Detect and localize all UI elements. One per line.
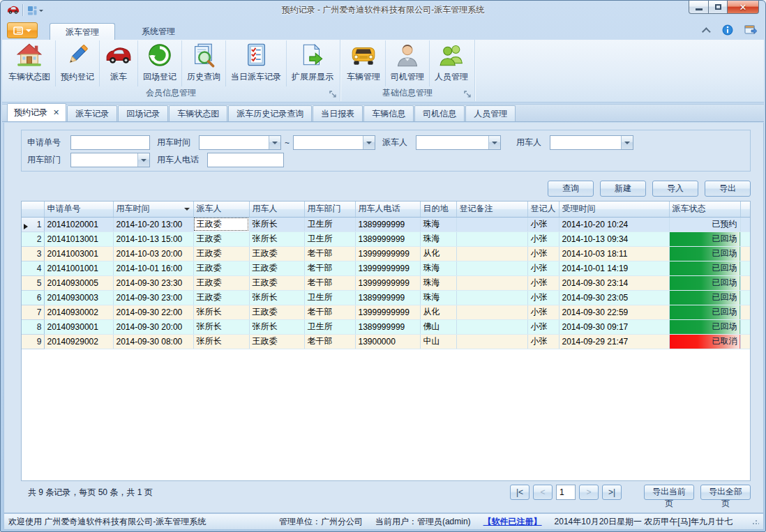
ribbon-tab-dispatch-mgmt[interactable]: 派车管理: [50, 23, 115, 40]
export-all-pages-button[interactable]: 导出全部页: [700, 485, 751, 500]
cell-user[interactable]: 张所长: [249, 290, 304, 305]
row-header-cell[interactable]: 2: [22, 231, 44, 246]
today-dispatch-records-button[interactable]: 当日派车记录: [226, 40, 287, 86]
reservation-register-button[interactable]: 预约登记: [56, 40, 100, 86]
cell-dispatcher[interactable]: 王政委: [193, 246, 249, 261]
cell-order-no[interactable]: 20141013001: [44, 231, 113, 246]
sort-filter-icon[interactable]: [184, 208, 190, 211]
cell-accept-time[interactable]: 2014-09-29 21:47: [559, 334, 669, 349]
col-order-no[interactable]: 申请单号: [44, 202, 113, 217]
cell-user[interactable]: 王政委: [249, 305, 304, 319]
last-page-button[interactable]: >|: [602, 485, 622, 500]
col-accept-time[interactable]: 受理时间: [559, 202, 669, 217]
use-time-from-combo[interactable]: [199, 135, 281, 150]
minimize-button[interactable]: [689, 1, 709, 14]
table-row[interactable]: 3 20141003001 2014-10-03 20:00 王政委 王政委 老…: [22, 246, 750, 261]
doc-tab-return-records[interactable]: 回场记录: [118, 105, 168, 121]
cell-note[interactable]: [456, 334, 527, 349]
cell-phone[interactable]: 13999999999: [355, 305, 420, 319]
cell-destination[interactable]: 从化: [420, 305, 456, 319]
vehicle-status-map-button[interactable]: 车辆状态图: [3, 40, 56, 86]
col-registrar[interactable]: 登记人: [527, 202, 559, 217]
driver-mgmt-button[interactable]: 司机管理: [386, 40, 430, 86]
cell-dispatcher[interactable]: 王政委: [193, 231, 249, 246]
cell-dispatch-status[interactable]: 已回场: [669, 261, 740, 275]
cell-accept-time[interactable]: 2014-09-30 22:59: [559, 305, 669, 319]
phone-input[interactable]: [207, 153, 284, 167]
table-row[interactable]: 7 20140930002 2014-09-30 22:00 张所长 王政委 老…: [22, 305, 750, 319]
cell-registrar[interactable]: 小张: [527, 305, 559, 319]
cell-note[interactable]: [456, 305, 527, 319]
cell-dispatch-status[interactable]: 已回场: [669, 231, 740, 246]
col-use-time[interactable]: 用车时间: [113, 202, 193, 217]
collapse-ribbon-icon[interactable]: [702, 27, 711, 36]
cell-note[interactable]: [456, 261, 527, 275]
cell-registrar[interactable]: 小张: [527, 275, 559, 290]
cell-order-no[interactable]: 20140930002: [44, 305, 113, 319]
doc-tab-daily-report[interactable]: 当日报表: [313, 105, 363, 121]
dropdown-arrow-icon[interactable]: [137, 153, 149, 167]
cell-accept-time[interactable]: 2014-10-13 09:34: [559, 231, 669, 246]
cell-phone[interactable]: 1389999999: [355, 319, 420, 334]
cell-user[interactable]: 张所长: [249, 231, 304, 246]
cell-dispatch-status[interactable]: 已预约: [669, 217, 740, 231]
cell-registrar[interactable]: 小张: [527, 246, 559, 261]
cell-registrar[interactable]: 小张: [527, 231, 559, 246]
table-row[interactable]: 4 20141001001 2014-10-01 16:00 王政委 王政委 老…: [22, 261, 750, 275]
cell-user[interactable]: 王政委: [249, 275, 304, 290]
doc-tab-reservation-records[interactable]: 预约记录 ✕: [7, 103, 66, 121]
row-header-cell[interactable]: 8: [22, 319, 44, 334]
page-number-input[interactable]: [556, 485, 576, 500]
dialog-launcher-icon[interactable]: [464, 91, 472, 98]
dropdown-arrow-icon[interactable]: [488, 136, 500, 149]
license-registered-link[interactable]: 【软件已注册】: [483, 516, 542, 528]
cell-note[interactable]: [456, 319, 527, 334]
dispatcher-combo[interactable]: [416, 135, 501, 150]
cell-use-time[interactable]: 2014-09-30 08:00: [113, 334, 193, 349]
query-button[interactable]: 查询: [548, 181, 594, 197]
cell-dispatcher[interactable]: 王政委: [193, 290, 249, 305]
cell-phone[interactable]: 13900000: [355, 334, 420, 349]
cell-dispatch-status[interactable]: 已回场: [669, 290, 740, 305]
cell-dispatcher[interactable]: 张所长: [193, 305, 249, 319]
resize-grip[interactable]: [752, 518, 759, 525]
cell-accept-time[interactable]: 2014-09-30 23:05: [559, 290, 669, 305]
cell-phone[interactable]: 1389999999: [355, 290, 420, 305]
cell-accept-time[interactable]: 2014-10-01 14:19: [559, 261, 669, 275]
cell-registrar[interactable]: 小张: [527, 319, 559, 334]
cell-user[interactable]: 王政委: [249, 334, 304, 349]
dispatch-button[interactable]: 派车: [100, 40, 138, 86]
cell-use-time[interactable]: 2014-10-20 13:00: [113, 217, 193, 231]
user-combo[interactable]: [550, 135, 633, 150]
doc-tab-driver-info[interactable]: 司机信息: [414, 105, 465, 121]
maximize-button[interactable]: [709, 1, 728, 14]
cell-destination[interactable]: 珠海: [420, 217, 456, 231]
doc-tab-vehicle-status-map[interactable]: 车辆状态图: [169, 105, 227, 121]
cell-accept-time[interactable]: 2014-10-20 10:24: [559, 217, 669, 231]
cell-dispatch-status[interactable]: 已回场: [669, 319, 740, 334]
dialog-launcher-icon[interactable]: [329, 91, 337, 98]
cell-phone[interactable]: 1389999999: [355, 217, 420, 231]
row-header-cell[interactable]: 3: [22, 246, 44, 261]
cell-dept[interactable]: 老干部: [304, 246, 355, 261]
dropdown-arrow-icon[interactable]: [363, 136, 375, 149]
doc-tab-dispatch-records[interactable]: 派车记录: [67, 105, 117, 121]
cell-dispatcher[interactable]: 张所长: [193, 334, 249, 349]
cell-registrar[interactable]: 小张: [527, 290, 559, 305]
next-page-button[interactable]: >: [579, 485, 599, 500]
cell-user[interactable]: 张所长: [249, 319, 304, 334]
doc-tab-dispatch-history-query[interactable]: 派车历史记录查询: [228, 105, 312, 121]
cell-order-no[interactable]: 20141020001: [44, 217, 113, 231]
cell-accept-time[interactable]: 2014-09-30 09:17: [559, 319, 669, 334]
cell-note[interactable]: [456, 275, 527, 290]
col-phone[interactable]: 用车人电话: [355, 202, 420, 217]
row-header-cell[interactable]: 6: [22, 290, 44, 305]
switch-window-icon[interactable]: [744, 24, 757, 36]
cell-destination[interactable]: 珠海: [420, 290, 456, 305]
close-button[interactable]: ✕: [728, 1, 759, 14]
cell-order-no[interactable]: 20141003001: [44, 246, 113, 261]
cell-order-no[interactable]: 20140930001: [44, 319, 113, 334]
cell-accept-time[interactable]: 2014-10-03 18:11: [559, 246, 669, 261]
cell-dispatcher[interactable]: 王政委: [193, 261, 249, 275]
cell-dept[interactable]: 老干部: [304, 334, 355, 349]
